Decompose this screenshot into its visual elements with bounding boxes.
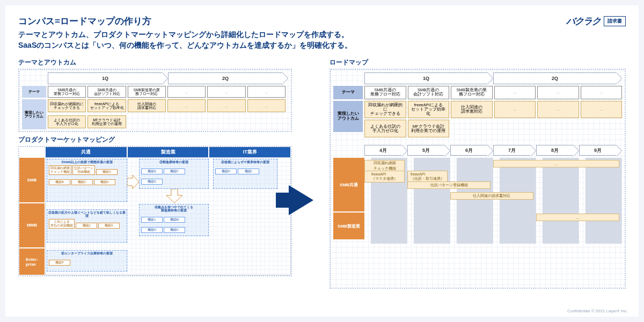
feature-tag: 上長による 支払の承認機能 [49, 219, 75, 229]
feature-tag: 機能D [94, 179, 115, 185]
feature-tag: 機能K [98, 223, 120, 229]
roadmap-panel: 1Q 2Q テーマ SMB共通の 業務フロー対応SMB共通の 会計ソフト対応SM… [330, 69, 626, 289]
month-chevron: 6月 [450, 145, 488, 156]
theme-cell: SMB共通の 会計ソフト対応 [87, 86, 126, 98]
pmm-group-3: ③製造業特有の要望 機能E機能F機能G [139, 159, 209, 189]
theme-cell: SMB共通の 会計ソフト対応 [408, 86, 450, 99]
feature-tag: 機能N [141, 227, 163, 233]
feature-tag: 回収漏れ網羅 チェック機能 [49, 165, 71, 175]
pmm-row-header: MMB [19, 203, 45, 247]
roadmap-title: ロードマップ [330, 58, 626, 67]
lead-1: テーマとアウトカム、プロダクトマーケットマッピングから詳細化したロードマップを作… [18, 30, 626, 40]
pmm-row-header: SMB [19, 158, 45, 202]
outcome-cell: 仕入関連の 請求書対応 [128, 99, 166, 112]
feature-tag: 機能P [49, 260, 70, 266]
feature-tag: 機能A [96, 169, 118, 175]
month-chevron: 4月 [364, 145, 402, 156]
theme-cell: ... [247, 86, 286, 98]
gantt-bar: freeeAPI （仕訳・取引連携） [407, 171, 448, 182]
outcome-cell: ... [494, 101, 536, 119]
gantt-bar: ... [536, 214, 619, 221]
pmm-group-6: ⑥エンタープライズ企業特有の要望 機能P [47, 250, 127, 272]
theme-outcome-panel: 1Q 2Q テーマ SMB共通の 業務フロー対応SMB共通の 会計ソフト対応SM… [18, 69, 292, 132]
theme-cell: ... [494, 86, 536, 99]
outcome-cell: freeeAPIによる セットアップ効率化 [87, 99, 126, 112]
quarter-chevron: 1Q [48, 72, 163, 84]
month-chevron: 9月 [579, 145, 617, 156]
pmm-col-header: IT業界 [209, 147, 290, 157]
month-chevron: 5月 [407, 145, 445, 156]
theme-cell: ... [537, 86, 579, 99]
pmm-col-header: 製造業 [128, 147, 209, 157]
feature-tag: 機能M [164, 217, 185, 223]
feature-tag: 機能C [71, 179, 93, 185]
outcome-cell: よくある仕訳の 手入力ゼロ化 [48, 115, 86, 128]
gantt-bar: freeeAPI （マスタ連携） [364, 171, 405, 182]
theme-label: テーマ [22, 86, 46, 98]
left-column: テーマとアウトカム 1Q 2Q テーマ SMB共通の 業務フロー対応SMB共通の… [18, 56, 292, 289]
pmm-group-1: ①SMB以上の規模で業態共通の要望 回収漏れ網羅 チェック機能仕訳パターン 登録… [47, 159, 127, 202]
outcome-cell: MFクラウド会計 利用企業での運用 [87, 115, 126, 128]
theme-cell: ... [207, 86, 245, 98]
outcome-cell: ... [167, 99, 206, 112]
feature-tag: 機能G [141, 179, 163, 185]
svg-marker-1 [166, 189, 182, 203]
quarter-chevron: 2Q [168, 72, 283, 84]
page-title: コンパス=ロードマップの作り方 [18, 15, 626, 27]
outcome-cell: ... [537, 101, 579, 119]
feature-tag: 機能E [141, 169, 163, 174]
arrow-right-icon [127, 174, 139, 190]
outcome-cell: よくある仕訳の 手入力ゼロ化 [364, 120, 406, 137]
outcome-cell: MFクラウド会計 利用企業での運用 [408, 120, 450, 137]
theme-cell: SMB製造業の業 務フロー対応 [128, 86, 166, 98]
theme-cell: ... [167, 86, 206, 98]
brand: バクラク 請求書 [566, 15, 626, 27]
feature-tag: 機能F [164, 169, 185, 174]
outcome-cell: 仕入関連の 請求書対応 [451, 101, 493, 119]
month-chevron: 8月 [536, 145, 574, 156]
pmm-title: プロダクトマーケットマッピング [18, 135, 292, 144]
gantt-bar: 仕入関連の請求書対応 [450, 192, 533, 200]
lead-2: SaaSのコンパスとは「いつ、何の機能を作って、どんなアウトカムを達成するか」を… [18, 40, 626, 51]
feature-tag: 機能J [76, 223, 97, 229]
pmm-group-4: ④拠点を持つ中で出てくる 製造業特有の要望 機能L機能M機能N機能O [139, 204, 209, 236]
outcome-cell: 回収漏れが網羅的に チェックできる [364, 101, 406, 119]
feature-tag: 機能B [49, 179, 70, 185]
outcome-cell: ... [247, 99, 286, 112]
gantt-bar: 仕訳パターン登録機能 [407, 181, 491, 189]
quarter-chevron: 1Q [364, 72, 488, 84]
outcome-cell: ... [581, 101, 623, 119]
big-arrow-icon [289, 185, 313, 215]
pmm-row-header: Enter- prise [19, 248, 45, 275]
quarter-chevron: 2Q [493, 72, 617, 84]
feature-tag: 機能I [238, 169, 259, 174]
outcome-cell: ... [207, 99, 245, 112]
feature-tag: 機能H [215, 169, 237, 174]
gantt-area: 回収漏れ網羅 チェック機能...freeeAPI （マスタ連携）freeeAPI… [364, 158, 622, 244]
slide: バクラク 請求書 コンパス=ロードマップの作り方 テーマとアウトカム、プロダクト… [5, 5, 639, 317]
theme-outcome-title: テーマとアウトカム [18, 58, 292, 67]
pmm: プロダクトマーケットマッピング 共通製造業IT業界 SMBMMBEnter- p… [18, 135, 292, 276]
arrow-down-icon [166, 189, 182, 203]
svg-marker-0 [127, 175, 139, 189]
brand-badge: 請求書 [604, 16, 626, 26]
gantt-bar: 回収漏れ網羅 チェック機能 [364, 160, 405, 172]
theme-cell: SMB共通の 業務フロー対応 [48, 86, 86, 98]
outcome-cell: freeeAPIによる セットアップ効率化 [408, 101, 450, 119]
pmm-col-header: 共通 [46, 147, 127, 157]
gantt-lane-label: SMB共通 [333, 158, 364, 211]
outcome-label: 実現したい アウトカム [333, 101, 363, 132]
pmm-group-2: ②規模の拡大や上場イベントなどを経て欲しくなる要望 上長による 支払の承認機能機… [47, 209, 127, 243]
gantt-lane-label: SMB製造業 [333, 213, 364, 239]
outcome-label: 実現したい アウトカム [22, 99, 46, 129]
right-column: ロードマップ 1Q 2Q テーマ SMB共通の 業務フロー対応SMB共通の 会計… [330, 56, 626, 289]
feature-tag: 機能O [164, 227, 185, 233]
footer: Confidential © 2021 LayerX Inc. [567, 309, 628, 313]
theme-cell: SMB共通の 業務フロー対応 [364, 86, 406, 99]
outcome-cell: 回収漏れが網羅的に チェックできる [48, 99, 86, 112]
theme-label: テーマ [333, 86, 363, 99]
pmm-group-5: ⑤規模によらずIT業界特有の要望 機能H機能I [213, 159, 277, 189]
gantt-bar: ... [493, 160, 619, 167]
feature-tag: 仕訳パターン 登録機能 [72, 165, 95, 175]
theme-cell: ... [581, 86, 623, 99]
